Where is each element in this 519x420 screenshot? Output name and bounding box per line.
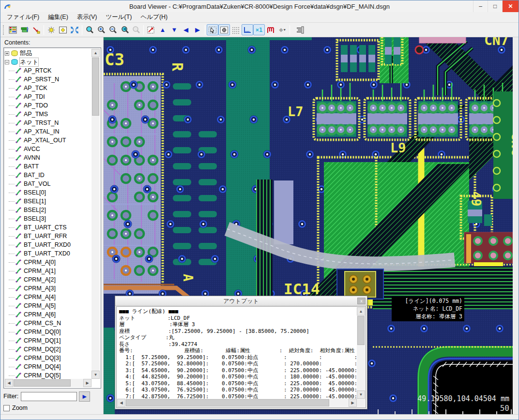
net-tree-item[interactable]: CPRM_DQ[3] (5, 354, 92, 362)
net-tree-item[interactable]: CPRM_DQ[4] (5, 362, 92, 371)
tree-horizontal-scrollbar[interactable]: ◀ ▶ (5, 379, 92, 387)
net-tree-item[interactable]: CPRM_DQ[5] (5, 371, 92, 379)
net-tree-item[interactable]: CPRM_A[5] (5, 301, 92, 310)
toolbar-separator (205, 25, 205, 35)
layer-stack-button[interactable] (19, 24, 31, 35)
net-tree-item[interactable]: AP_TDI (5, 92, 92, 101)
net-tree-item[interactable]: CPRM_A[3] (5, 284, 92, 293)
output-horizontal-scrollbar[interactable]: ◀ ▶ (117, 399, 357, 407)
pan-button[interactable] (130, 24, 142, 35)
tree-item-nets[interactable]: ネット (5, 58, 92, 66)
net-table-button[interactable] (7, 24, 19, 35)
tree-item-parts[interactable]: 部品 (5, 49, 92, 58)
net-tree-item[interactable]: CPRM_A[1] (5, 267, 92, 275)
net-icon (15, 154, 22, 161)
scroll-down-icon[interactable]: ▼ (357, 390, 365, 399)
scroll-right-icon[interactable]: ▶ (349, 399, 357, 407)
select-mode-button[interactable] (207, 24, 218, 35)
toolbar-separator (290, 25, 290, 35)
highlight-pattern-button[interactable] (265, 24, 276, 35)
zoom-previous-button[interactable] (119, 24, 130, 35)
zoom-in-button[interactable] (95, 24, 107, 35)
net-tree-item[interactable]: CPRM_DQ[1] (5, 336, 92, 345)
toolbar-grip[interactable] (3, 25, 6, 35)
net-tree-item[interactable]: CPRM_DQ[0] (5, 328, 92, 336)
net-tree-item[interactable]: CPRM_CS_N (5, 319, 92, 328)
net-tree-item[interactable]: AP_TMS (5, 110, 92, 119)
net-tree-item[interactable]: CPRM_A[4] (5, 293, 92, 301)
scroll-down-icon[interactable]: ▼ (92, 371, 100, 379)
scroll-left-icon[interactable]: ◀ (5, 379, 13, 387)
output-panel-close-icon[interactable]: x (357, 298, 366, 304)
maximize-button[interactable]: □ (488, 0, 502, 12)
net-tree-item[interactable]: BT_UART_CTS (5, 223, 92, 232)
close-button[interactable]: ✕ (502, 0, 519, 12)
net-tree-item[interactable]: AP_XTAL_OUT (5, 136, 92, 145)
net-tree-item[interactable]: AP_SRST_N (5, 75, 92, 84)
brightness-box-button[interactable] (57, 24, 69, 35)
net-tree-item[interactable]: BATT (5, 162, 92, 171)
net-tree-item[interactable]: AVCC (5, 145, 92, 153)
menu-item[interactable]: 表示(V) (73, 12, 102, 23)
net-tree-item[interactable]: AP_TDO (5, 101, 92, 110)
net-tree-item[interactable]: CPRM_A[0] (5, 258, 92, 267)
zoom-checkbox[interactable] (3, 405, 10, 411)
filter-input[interactable] (21, 392, 77, 401)
net-tree-item[interactable]: BT_UART_TXD0 (5, 249, 92, 258)
menu-item[interactable]: 編集(E) (44, 12, 73, 23)
scrollbar-thumb[interactable] (14, 379, 71, 387)
scroll-up-icon[interactable]: ▲ (92, 49, 100, 57)
scroll-right-icon[interactable]: ▶ (83, 379, 92, 387)
net-tree-item[interactable]: AP_XTAL_IN (5, 127, 92, 136)
zoom-window-button[interactable] (84, 24, 95, 35)
scroll-left-icon[interactable]: ◀ (117, 399, 125, 407)
scrollbar-thumb[interactable] (357, 316, 365, 345)
brightness-button[interactable] (46, 24, 57, 35)
scrollbar-thumb[interactable] (92, 58, 99, 116)
scrollbar-thumb[interactable] (126, 399, 329, 406)
net-tree-item[interactable]: BAT_ID (5, 171, 92, 180)
pan-down-button[interactable]: ▼ (168, 24, 180, 35)
pan-right-button[interactable]: ▶ (192, 24, 203, 35)
net-tree-item[interactable]: BT_UART_RXD0 (5, 240, 92, 249)
net-tree-item[interactable]: AP_RTCK (5, 66, 92, 75)
output-panel-titlebar[interactable]: アウトプット x (115, 296, 367, 306)
redraw-button[interactable] (145, 24, 157, 35)
net-tree-item[interactable]: AVNN (5, 153, 92, 162)
net-tree-item[interactable]: BT_UART_RFR (5, 232, 92, 240)
net-tree-item[interactable]: AP_TRST_N (5, 119, 92, 127)
menu-item[interactable]: ファイル(F) (2, 12, 44, 23)
net-tree-item[interactable]: BSEL[3] (5, 214, 92, 223)
net-tree-item[interactable]: CPRM_A[6] (5, 310, 92, 319)
net-tree-item[interactable]: BSEL[1] (5, 197, 92, 206)
menu-item[interactable]: ツール(T) (101, 12, 136, 23)
grid-toggle-button[interactable] (230, 24, 242, 35)
tree-vertical-scrollbar[interactable]: ▲ ▼ (92, 49, 100, 379)
menu-item[interactable]: ヘルプ(H) (137, 12, 172, 23)
net-highlight-button[interactable] (31, 24, 42, 35)
tree-connector (9, 88, 15, 89)
net-tree-item[interactable]: BSEL[2] (5, 206, 92, 214)
zoom-out-button[interactable] (107, 24, 119, 35)
measure-ruler-button[interactable] (242, 24, 253, 35)
net-tree-item[interactable]: CPRM_DQ[2] (5, 345, 92, 354)
expand-plus-icon[interactable] (5, 51, 9, 56)
pan-left-button[interactable]: ◀ (180, 24, 192, 35)
zoom-fit-all-button[interactable] (69, 24, 80, 35)
display-options-button[interactable]: ◆▾ (276, 24, 288, 35)
pcb-canvas[interactable]: C3 R L7 L9 CN6 CN7 49 IC14 A 100 49.1958… (104, 37, 513, 415)
layer-panel-button[interactable] (294, 24, 306, 35)
scroll-up-icon[interactable]: ▲ (357, 307, 365, 315)
scale-x1-button[interactable]: ×1 (253, 24, 265, 35)
pan-up-button[interactable]: ▲ (157, 24, 168, 35)
minimize-button[interactable]: – (473, 0, 488, 12)
net-tree-item[interactable]: CPRM_A[2] (5, 275, 92, 284)
net-tree-item[interactable]: BSEL[0] (5, 188, 92, 197)
collapse-minus-icon[interactable] (5, 60, 9, 64)
output-vertical-scrollbar[interactable]: ▲ ▼ (357, 307, 365, 399)
net-tree-item[interactable]: AP_TCK (5, 84, 92, 92)
title-bar[interactable]: Board Viewer - C:¥ProgramData¥Zuken¥CR-8… (0, 0, 519, 12)
pick-frame-button[interactable] (218, 24, 230, 35)
net-tree-item[interactable]: BAT_VOL (5, 180, 92, 188)
filter-apply-button[interactable]: ▶ (79, 391, 90, 402)
